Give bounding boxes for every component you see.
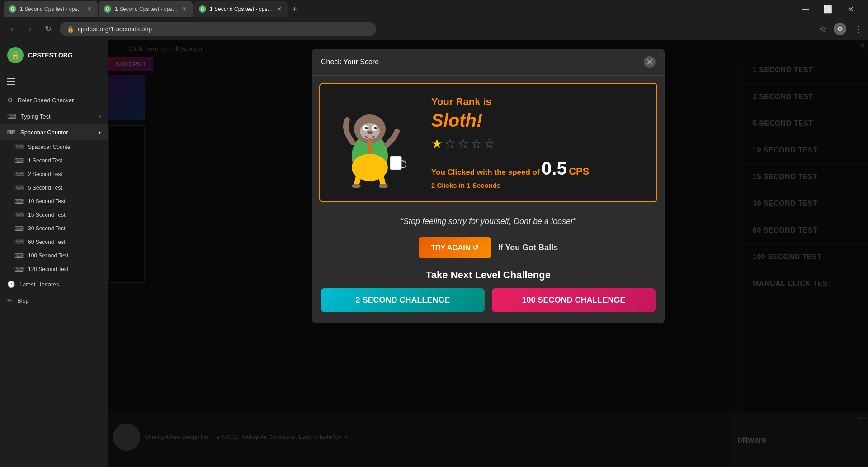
sidebar-item-100s[interactable]: ⌨ 100 Second Test [7,249,108,262]
star-4: ☆ [471,136,482,151]
try-again-button[interactable]: TRY AGAIN ↺ [419,237,491,258]
modal-close-button[interactable]: ✕ [644,56,656,68]
sidebar-label-roler: Roler Speed Checker [18,97,74,104]
bookmark-icon[interactable]: ☆ [819,24,826,34]
close-window-button[interactable]: ✕ [840,1,861,17]
tab-close-1[interactable]: ✕ [87,5,92,13]
sidebar-label-120s: 120 Second Test [28,266,68,272]
tab-1[interactable]: G 1 Second Cps test - cpstest.org ✕ [4,1,98,17]
sidebar-sub-menu: ⌨ Spacebar Counter ⌨ 1 Second Test ⌨ 2 S… [0,140,108,276]
roler-icon: ⚙ [7,96,13,104]
url-text: cpstest.org/1-seconds.php [78,25,152,33]
1s-icon: ⌨ [14,157,24,164]
tab-2[interactable]: G 1 Second Cps test - cpstest.org ✕ [99,1,193,17]
minimize-button[interactable]: — [795,1,816,17]
window-controls: — ⬜ ✕ [795,1,864,17]
blog-icon: ✏ [7,297,13,304]
sidebar-label-blog: Blog [17,297,29,304]
tab-close-3[interactable]: ✕ [277,5,282,13]
typing-arrow-icon: ‹ [99,113,101,119]
challenge-buttons: 2 SECOND CHALLENGE 100 SECOND CHALLENGE [312,288,665,323]
sidebar-label-1s: 1 Second Test [28,157,62,164]
svg-rect-9 [390,156,401,170]
reload-button[interactable]: ↻ [42,23,54,35]
speed-unit: CPS [569,166,589,177]
sidebar-item-spacebar[interactable]: ⌨ Spacebar Counter ▾ [0,124,108,140]
modal-score-box: Your Rank is Sloth! ★ ☆ ☆ ☆ ☆ You Clicke… [319,83,657,202]
spacebar-counter-icon: ⌨ [14,143,24,151]
sidebar-label-spacebar: Spacebar Counter [20,129,68,136]
sidebar-item-10s[interactable]: ⌨ 10 Second Test [7,195,108,208]
sidebar-item-15s[interactable]: ⌨ 15 Second Test [7,208,108,222]
typing-icon: ⌨ [7,113,16,120]
try-again-row: TRY AGAIN ↺ If You Got Balls [312,234,665,266]
sidebar-item-60s[interactable]: ⌨ 60 Second Test [7,235,108,249]
sidebar-label-15s: 15 Second Test [28,212,66,218]
hamburger-menu[interactable] [0,71,108,92]
5s-icon: ⌨ [14,184,24,191]
sidebar-label-updates: Latest Updates [19,281,59,288]
motivational-quote: “Stop feeling sorry for yourself, Dont b… [312,210,665,234]
tab-label-2: 1 Second Cps test - cpstest.org [115,6,178,12]
sidebar-label-typing: Typing Test [21,113,51,120]
sidebar-label-spacebar-counter: Spacebar Counter [28,144,72,150]
address-bar-actions: ☆ O ⋮ [819,23,863,35]
sidebar-label-60s: 60 Second Test [28,239,66,245]
tab-favicon-3: G [199,5,206,13]
tab-close-2[interactable]: ✕ [182,5,187,13]
sidebar-logo: 🔒 CPSTEST.ORG [0,40,108,71]
svg-point-6 [365,127,368,129]
svg-rect-11 [368,140,371,143]
back-button[interactable]: ‹ [5,23,18,35]
address-bar: ‹ › ↻ 🔒 cpstest.org/1-seconds.php ☆ O ⋮ [0,18,868,40]
url-bar[interactable]: 🔒 cpstest.org/1-seconds.php [60,22,376,36]
sidebar-item-typing[interactable]: ⌨ Typing Test ‹ [0,108,108,124]
score-info: Your Rank is Sloth! ★ ☆ ☆ ☆ ☆ You Clicke… [420,93,647,192]
2s-icon: ⌨ [14,171,24,178]
svg-point-7 [374,127,377,129]
sidebar-item-updates[interactable]: 🕐 Latest Updates [0,276,108,292]
sidebar-item-5s[interactable]: ⌨ 5 Second Test [7,181,108,195]
stars-container: ★ ☆ ☆ ☆ ☆ [431,136,647,151]
score-modal: Check Your Score ✕ [312,49,665,323]
new-tab-button[interactable]: + [288,3,301,15]
tab-favicon-1: G [9,5,16,13]
sidebar-label-5s: 5 Second Test [28,185,62,191]
tab-label-1: 1 Second Cps test - cpstest.org [20,6,83,12]
challenge-100s-button[interactable]: 100 SECOND CHALLENGE [492,288,656,312]
challenge-2s-button[interactable]: 2 SECOND CHALLENGE [321,288,485,312]
speed-value: 0.5 [542,158,567,178]
next-level-title: Take Next Level Challenge [312,266,665,288]
rank-name: Sloth! [431,110,647,131]
if-balls-text: If You Got Balls [498,243,558,253]
menu-icon[interactable]: ⋮ [854,24,863,34]
sidebar-label-30s: 30 Second Test [28,225,66,232]
tab-label-3: 1 Second Cps test - cpstest.org [210,6,273,12]
spacebar-chevron-icon: ▾ [98,129,101,136]
sidebar-item-120s[interactable]: ⌨ 120 Second Test [7,262,108,276]
tab-3[interactable]: G 1 Second Cps test - cpstest.org ✕ [193,1,288,17]
sidebar-label-100s: 100 Second Test [28,253,68,259]
sidebar-item-spacebar-counter[interactable]: ⌨ Spacebar Counter [7,140,108,154]
forward-button[interactable]: › [24,23,36,35]
sidebar-label-2s: 2 Second Test [28,171,62,177]
sidebar-item-30s[interactable]: ⌨ 30 Second Test [7,222,108,235]
tab-favicon-2: G [104,5,111,13]
star-1: ★ [431,136,443,151]
sidebar-item-2s[interactable]: ⌨ 2 Second Test [7,167,108,181]
modal-title: Check Your Score [321,58,379,66]
svg-point-13 [379,184,388,188]
browser-chrome: G 1 Second Cps test - cpstest.org ✕ G 1 … [0,0,868,40]
maximize-button[interactable]: ⬜ [817,1,838,17]
sidebar-item-blog[interactable]: ✏ Blog [0,292,108,309]
clicks-info: 2 Clicks in 1 Seconds [431,181,647,189]
user-avatar[interactable]: O [834,23,846,35]
sidebar-item-1s[interactable]: ⌨ 1 Second Test [7,154,108,167]
star-3: ☆ [458,136,469,151]
120s-icon: ⌨ [14,266,24,273]
sidebar-item-roler[interactable]: ⚙ Roler Speed Checker [0,92,108,108]
60s-icon: ⌨ [14,238,24,246]
sidebar: 🔒 CPSTEST.ORG ⚙ Roler Speed Checker ⌨ Ty… [0,40,108,467]
rank-label: Your Rank is [431,96,647,108]
15s-icon: ⌨ [14,211,24,219]
